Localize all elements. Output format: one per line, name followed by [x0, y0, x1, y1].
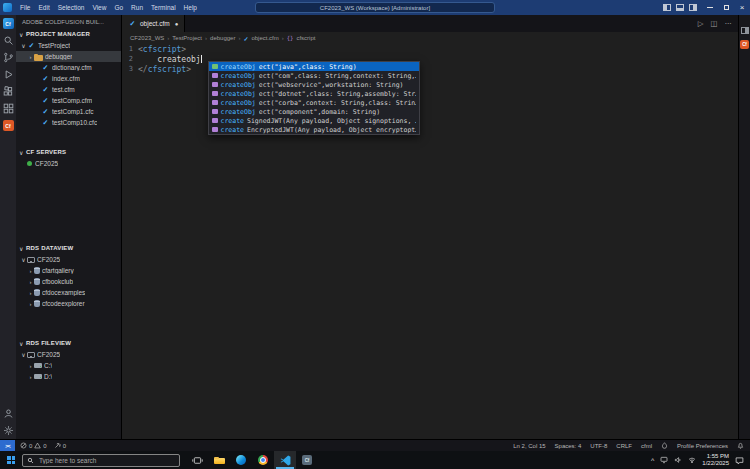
tray-expand-icon[interactable]: ^	[651, 457, 654, 464]
taskbar-search-input[interactable]	[37, 456, 175, 465]
action-center-icon[interactable]	[735, 456, 744, 465]
run-debug-icon[interactable]	[0, 66, 16, 83]
chevron-right-icon[interactable]: ›	[27, 374, 34, 380]
coldfusion-builder-taskbar-icon[interactable]: Cf	[296, 451, 318, 469]
extensions-icon[interactable]	[0, 83, 16, 100]
suggestion-item[interactable]: createObject("webservice",workstation: S…	[209, 80, 419, 89]
tree-item-dictionary-cfm[interactable]: ✓dictionary.cfm	[16, 62, 121, 73]
suggestion-item[interactable]: createObject("corba",context: String,cla…	[209, 98, 419, 107]
status-eol[interactable]: CRLF	[616, 443, 632, 449]
status-indentation[interactable]: Spaces: 4	[555, 443, 582, 449]
code-editor[interactable]: 1<cfscript>2 createobj3</cfscript>create…	[122, 44, 738, 439]
panel-layout-icon[interactable]	[741, 27, 749, 34]
file-explorer-icon[interactable]	[208, 451, 230, 469]
status-encoding[interactable]: UTF-8	[590, 443, 607, 449]
bell-icon[interactable]	[737, 442, 744, 449]
chevron-right-icon[interactable]: ›	[27, 290, 34, 296]
problems-status[interactable]: 0 0	[20, 442, 47, 449]
tree-item-testcomp10-cfc[interactable]: ✓testComp10.cfc	[16, 117, 121, 128]
menu-selection[interactable]: Selection	[54, 4, 89, 11]
monitor-icon[interactable]	[660, 456, 668, 464]
tree-item-cfcodeexplorer[interactable]: ›cfcodeexplorer	[16, 298, 121, 309]
cf-flame-icon[interactable]	[661, 442, 668, 449]
tab-object-cfm[interactable]: ✓ object.cfm ●	[122, 15, 185, 32]
section-header-project-manager[interactable]: ∨ PROJECT MANAGER	[16, 28, 121, 40]
start-button[interactable]	[0, 451, 22, 469]
more-actions-icon[interactable]: ⋯	[725, 19, 733, 28]
menu-go[interactable]: Go	[110, 4, 127, 11]
dashboard-icon[interactable]	[0, 100, 16, 117]
chevron-down-icon[interactable]: ∨	[20, 42, 27, 49]
tree-item-debugger[interactable]: ›debugger	[16, 51, 121, 62]
line-number[interactable]: 3	[122, 65, 138, 73]
coldfusion-icon[interactable]: Cf	[0, 117, 16, 134]
status-profile[interactable]: Profile Preferences	[677, 443, 728, 449]
suggestion-item[interactable]: createObject("com",class: String,context…	[209, 71, 419, 80]
menu-run[interactable]: Run	[127, 4, 147, 11]
menu-view[interactable]: View	[88, 4, 110, 11]
tree-item-c[interactable]: ›C:\	[16, 360, 121, 371]
status-language[interactable]: cfml	[641, 443, 652, 449]
line-number[interactable]: 1	[122, 45, 138, 53]
coldfusion-builder-icon[interactable]: Cf	[0, 15, 16, 32]
coldfusion-panel-icon[interactable]: Cf	[740, 40, 749, 49]
section-header-cf-servers[interactable]: ∨ CF SERVERS	[16, 146, 121, 158]
close-button[interactable]: ×	[734, 0, 750, 15]
remote-indicator[interactable]: ><	[0, 440, 15, 451]
menu-help[interactable]: Help	[180, 4, 201, 11]
taskbar-clock[interactable]: 1:55 PM 1/22/2025	[702, 453, 729, 467]
suggestion-item[interactable]: createObject("dotnet",class: String,asse…	[209, 89, 419, 98]
chevron-right-icon[interactable]: ›	[27, 363, 34, 369]
server-item-cf2025[interactable]: CF2025	[16, 158, 121, 169]
account-icon[interactable]	[0, 405, 16, 422]
volume-icon[interactable]	[674, 456, 682, 464]
breadcrumb-item-cfscript[interactable]: cfscript	[296, 35, 315, 41]
chevron-right-icon[interactable]: ›	[27, 54, 34, 60]
taskbar-search[interactable]	[22, 454, 180, 467]
chevron-down-icon[interactable]: ∨	[20, 351, 27, 358]
breadcrumb-item-debugger[interactable]: debugger	[210, 35, 235, 41]
chevron-down-icon[interactable]: ∨	[20, 256, 27, 263]
breadcrumb-item-object-cfm[interactable]: object.cfm	[251, 35, 278, 41]
breadcrumb-item-testproject[interactable]: TestProject	[172, 35, 202, 41]
suggestion-item[interactable]: createEncryptedJWT(Any payload, Object e…	[209, 125, 419, 134]
chevron-right-icon[interactable]: ›	[27, 268, 34, 274]
chevron-right-icon[interactable]: ›	[27, 279, 34, 285]
tree-item-cfdocexamples[interactable]: ›cfdocexamples	[16, 287, 121, 298]
line-number[interactable]: 2	[122, 55, 138, 63]
minimize-button[interactable]	[702, 0, 718, 15]
breadcrumb-item-cf2023-ws[interactable]: CF2023_WS	[130, 35, 164, 41]
menu-edit[interactable]: Edit	[34, 4, 53, 11]
tree-item-cfartgallery[interactable]: ›cfartgallery	[16, 265, 121, 276]
command-center[interactable]: CF2023_WS (Workspace) [Administrator]	[255, 2, 495, 13]
chevron-right-icon[interactable]: ›	[27, 301, 34, 307]
tree-item-d[interactable]: ›D:\	[16, 371, 121, 382]
search-icon[interactable]	[0, 32, 16, 49]
run-icon[interactable]: ▷	[698, 19, 704, 28]
maximize-button[interactable]	[718, 0, 734, 15]
tree-item-cf2025[interactable]: ∨CF2025	[16, 349, 121, 360]
split-editor-icon[interactable]: ◫	[710, 19, 717, 28]
source-control-icon[interactable]	[0, 49, 16, 66]
tree-item-index-cfm[interactable]: ✓index.cfm	[16, 73, 121, 84]
toggle-panel-icon[interactable]	[676, 4, 684, 11]
tree-item-cf2025[interactable]: ∨CF2025	[16, 254, 121, 265]
chrome-icon[interactable]	[252, 451, 274, 469]
section-header-rds-fileview[interactable]: ∨ RDS FILEVIEW	[16, 337, 121, 349]
toggle-secondary-sidebar-icon[interactable]	[689, 4, 697, 11]
network-icon[interactable]	[688, 456, 696, 464]
modified-dot-icon[interactable]: ●	[175, 21, 179, 27]
tree-item-testproject[interactable]: ∨✓TestProject	[16, 40, 121, 51]
status-cursor-position[interactable]: Ln 2, Col 15	[513, 443, 545, 449]
task-view-icon[interactable]	[186, 451, 208, 469]
suggestion-item[interactable]: createSignedJWT(Any payload, Object sign…	[209, 116, 419, 125]
tree-item-testcomp-cfm[interactable]: ✓testComp.cfm	[16, 95, 121, 106]
settings-gear-icon[interactable]	[0, 422, 16, 439]
edge-icon[interactable]	[230, 451, 252, 469]
section-header-rds-dataview[interactable]: ∨ RDS DATAVIEW	[16, 242, 121, 254]
toggle-sidebar-icon[interactable]	[663, 4, 671, 11]
suggestion-item[interactable]: createObject("component",domain: String)	[209, 107, 419, 116]
suggestion-item[interactable]: createObject("java",class: String)	[209, 62, 419, 71]
menu-terminal[interactable]: Terminal	[147, 4, 180, 11]
menu-file[interactable]: File	[16, 4, 34, 11]
